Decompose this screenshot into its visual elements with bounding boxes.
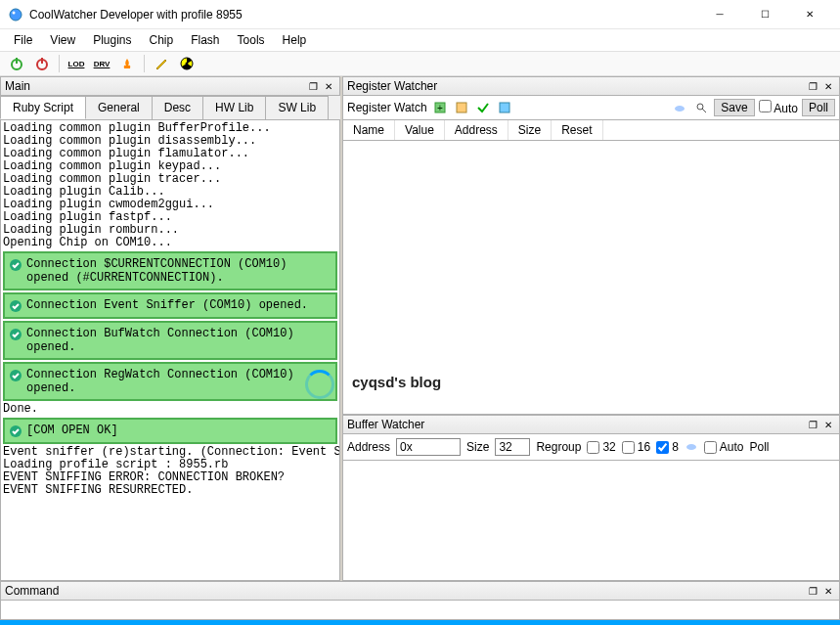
status-box: Connection $CURRENTCONNECTION (COM10) op… xyxy=(3,251,337,290)
buffer-toolbar: Address Size Regroup 32 16 8 Auto Poll xyxy=(342,434,840,461)
undock-icon[interactable]: ❐ xyxy=(306,79,320,93)
menu-flash[interactable]: Flash xyxy=(183,31,227,49)
close-button[interactable]: ✕ xyxy=(787,0,832,29)
svg-point-17 xyxy=(675,106,685,112)
right-column: Register Watcher ❐ ✕ Register Watch + Sa… xyxy=(342,76,840,581)
status-box: Connection BufWatch Connection (COM10) o… xyxy=(3,321,337,360)
titlebar: CoolWatcher Developer with profile 8955 … xyxy=(0,0,840,29)
buffer-panel-title: Buffer Watcher xyxy=(347,418,804,431)
tab-hw-lib[interactable]: HW Lib xyxy=(202,96,266,119)
buffer-poll-button[interactable]: Poll xyxy=(750,440,770,454)
log-line: EVENT SNIFFING RESURRECTED. xyxy=(3,484,337,497)
radiation-icon[interactable] xyxy=(176,53,198,74)
tab-general[interactable]: General xyxy=(85,96,153,119)
toolbar-separator xyxy=(144,55,145,72)
size-label: Size xyxy=(466,440,489,454)
menu-file[interactable]: File xyxy=(6,31,40,49)
drv-icon[interactable]: DRV xyxy=(91,53,112,74)
register-table-header: Name Value Address Size Reset xyxy=(342,120,840,141)
success-icon xyxy=(9,328,22,341)
maximize-button[interactable]: ☐ xyxy=(742,0,787,29)
log-output[interactable]: Loading common plugin BufferProfile...Lo… xyxy=(0,120,340,581)
edit-icon[interactable] xyxy=(453,99,470,116)
regroup-16[interactable]: 16 xyxy=(622,440,650,454)
col-address[interactable]: Address xyxy=(445,120,508,140)
panel-close-icon[interactable]: ✕ xyxy=(322,79,335,93)
buffer-body[interactable] xyxy=(342,461,840,581)
address-label: Address xyxy=(347,440,390,454)
buffer-panel-header: Buffer Watcher ❐ ✕ xyxy=(342,415,840,434)
poll-button[interactable]: Poll xyxy=(802,99,835,116)
col-name[interactable]: Name xyxy=(343,120,395,140)
svg-point-1 xyxy=(13,11,16,14)
undock-icon[interactable]: ❐ xyxy=(806,584,819,598)
save-button[interactable]: Save xyxy=(714,99,754,116)
col-size[interactable]: Size xyxy=(508,120,552,140)
col-value[interactable]: Value xyxy=(395,120,445,140)
status-text: Connection RegWatch Connection (COM10) o… xyxy=(26,368,332,395)
undock-icon[interactable]: ❐ xyxy=(806,418,819,431)
menubar: File View Plugins Chip Flash Tools Help xyxy=(0,29,840,51)
svg-point-20 xyxy=(686,444,696,450)
panel-close-icon[interactable]: ✕ xyxy=(821,418,835,431)
add-icon[interactable]: + xyxy=(431,99,449,116)
menu-help[interactable]: Help xyxy=(275,31,315,49)
status-text: Connection Event Sniffer (COM10) opened. xyxy=(26,298,308,312)
status-box: [COM OPEN OK] xyxy=(3,418,337,444)
regroup-8[interactable]: 8 xyxy=(656,440,679,454)
auto-checkbox[interactable]: Auto xyxy=(759,100,798,115)
fire-icon[interactable] xyxy=(116,53,138,74)
brush-icon[interactable] xyxy=(151,53,172,74)
main-panel-header: Main ❐ ✕ xyxy=(0,76,340,96)
success-icon xyxy=(9,369,22,382)
main-tabs: Ruby Script General Desc HW Lib SW Lib xyxy=(0,96,340,120)
buffer-panel: Buffer Watcher ❐ ✕ Address Size Regroup … xyxy=(342,415,840,581)
menu-chip[interactable]: Chip xyxy=(142,31,182,49)
register-watch-label: Register Watch xyxy=(347,101,427,114)
power-off-icon[interactable] xyxy=(31,53,53,74)
menu-tools[interactable]: Tools xyxy=(230,31,273,49)
tab-desc[interactable]: Desc xyxy=(152,96,203,119)
panel-close-icon[interactable]: ✕ xyxy=(821,79,835,93)
command-input[interactable] xyxy=(0,601,840,620)
main-panel: Main ❐ ✕ Ruby Script General Desc HW Lib… xyxy=(0,76,342,581)
register-table-body[interactable] xyxy=(342,141,840,415)
size-input[interactable] xyxy=(495,438,530,456)
success-icon xyxy=(9,299,22,313)
tab-ruby-script[interactable]: Ruby Script xyxy=(0,96,86,119)
command-panel-header: Command ❐ ✕ xyxy=(0,581,840,601)
refresh-icon[interactable] xyxy=(496,99,513,116)
regroup-32[interactable]: 32 xyxy=(587,440,615,454)
power-on-icon[interactable] xyxy=(6,53,27,74)
cloud-icon[interactable] xyxy=(671,99,688,116)
svg-line-19 xyxy=(702,109,706,112)
log-line: Done. xyxy=(3,403,337,416)
minimize-button[interactable]: ─ xyxy=(697,0,742,29)
status-text: [COM OPEN OK] xyxy=(26,424,118,437)
menu-plugins[interactable]: Plugins xyxy=(85,31,139,49)
log-line: Opening Chip on COM10... xyxy=(3,237,337,249)
undock-icon[interactable]: ❐ xyxy=(806,79,819,93)
check-icon[interactable] xyxy=(474,99,492,116)
status-text: Connection $CURRENTCONNECTION (COM10) op… xyxy=(26,257,332,285)
status-box: Connection Event Sniffer (COM10) opened. xyxy=(3,292,337,319)
panel-close-icon[interactable]: ✕ xyxy=(821,584,835,598)
workspace: Main ❐ ✕ Ruby Script General Desc HW Lib… xyxy=(0,76,840,581)
tab-sw-lib[interactable]: SW Lib xyxy=(265,96,329,119)
regroup-label: Regroup xyxy=(536,440,581,454)
col-reset[interactable]: Reset xyxy=(552,120,602,140)
menu-view[interactable]: View xyxy=(42,31,83,49)
register-panel-header: Register Watcher ❐ ✕ xyxy=(342,76,840,96)
status-text: Connection BufWatch Connection (COM10) o… xyxy=(26,327,332,354)
buffer-auto-checkbox[interactable]: Auto xyxy=(704,440,744,454)
register-toolbar: Register Watch + Save Auto Poll xyxy=(342,96,840,120)
window-title: CoolWatcher Developer with profile 8955 xyxy=(29,8,697,22)
lod-icon[interactable]: LOD xyxy=(66,53,87,74)
address-input[interactable] xyxy=(396,438,461,456)
command-panel: Command ❐ ✕ xyxy=(0,581,840,620)
success-icon xyxy=(9,424,22,438)
main-toolbar: LOD DRV xyxy=(0,51,840,76)
app-icon xyxy=(8,7,23,22)
cloud-icon[interactable] xyxy=(685,439,698,456)
search-icon[interactable] xyxy=(692,99,710,116)
